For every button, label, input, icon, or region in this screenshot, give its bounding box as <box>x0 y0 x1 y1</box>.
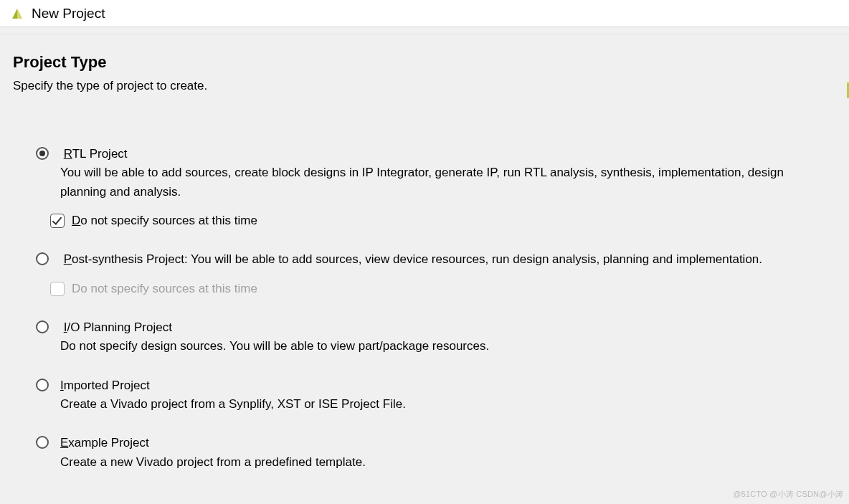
radio-io[interactable] <box>36 320 49 333</box>
title-bar: New Project <box>0 0 849 27</box>
radio-post[interactable] <box>36 252 49 265</box>
options-area: RTL Project You will be able to add sour… <box>0 93 849 472</box>
option-example-content: Example Project Create a new Vivado proj… <box>60 434 836 472</box>
option-example: Example Project Create a new Vivado proj… <box>36 434 836 472</box>
option-example-label[interactable]: Example Project <box>60 436 149 450</box>
app-logo-icon <box>10 6 24 21</box>
checkbox-post-no-sources <box>50 282 65 296</box>
option-post-label[interactable]: Post-synthesis Project: <box>60 252 191 266</box>
option-post: Post-synthesis Project: You will be able… <box>36 250 836 298</box>
option-imported-content: Imported Project Create a Vivado project… <box>60 376 836 414</box>
watermark: @51CTO @小涛 CSDN@小涛 <box>733 489 843 500</box>
post-subcheck-label: Do not specify sources at this time <box>72 280 257 298</box>
option-post-content: Post-synthesis Project: You will be able… <box>60 250 836 298</box>
title-separator <box>0 27 849 34</box>
option-example-desc: Create a new Vivado project from a prede… <box>60 453 829 472</box>
post-subcheck-row: Do not specify sources at this time <box>50 280 829 298</box>
checkbox-rtl-no-sources[interactable] <box>50 214 65 228</box>
option-rtl-label-rest: TL Project <box>72 147 128 161</box>
option-imported-label[interactable]: Imported Project <box>60 379 150 392</box>
option-example-label-u: E <box>60 436 68 450</box>
option-rtl-label[interactable]: RTL Project <box>60 147 128 161</box>
option-rtl: RTL Project You will be able to add sour… <box>36 145 836 230</box>
page-title: Project Type <box>13 53 849 72</box>
option-io-content: I/O Planning Project Do not specify desi… <box>60 318 836 356</box>
option-io-desc: Do not specify design sources. You will … <box>60 337 829 356</box>
option-rtl-content: RTL Project You will be able to add sour… <box>60 145 836 230</box>
rtl-subcheck-u: D <box>72 214 80 227</box>
option-io: I/O Planning Project Do not specify desi… <box>36 318 836 356</box>
option-imported-label-rest: mported Project <box>64 379 150 392</box>
option-rtl-desc: You will be able to add sources, create … <box>60 163 829 201</box>
option-io-label[interactable]: I/O Planning Project <box>60 320 172 334</box>
option-post-label-rest: ost-synthesis Project: <box>72 252 191 266</box>
radio-imported[interactable] <box>36 379 49 391</box>
option-post-desc: You will be able to add sources, view de… <box>191 252 762 266</box>
option-post-label-u: P <box>64 252 72 266</box>
radio-example[interactable] <box>36 436 49 449</box>
rtl-subcheck-row: Do not specify sources at this time <box>50 211 829 230</box>
window-title: New Project <box>32 6 105 22</box>
option-example-label-rest: xample Project <box>68 436 148 450</box>
option-rtl-label-u: R <box>64 147 72 161</box>
option-io-label-rest: /O Planning Project <box>67 320 171 334</box>
option-imported-desc: Create a Vivado project from a Synplify,… <box>60 395 829 414</box>
option-imported: Imported Project Create a Vivado project… <box>36 376 836 414</box>
rtl-subcheck-label[interactable]: Do not specify sources at this time <box>72 211 257 230</box>
radio-rtl[interactable] <box>36 147 49 160</box>
header-area: Project Type Specify the type of project… <box>0 34 849 93</box>
page-subtitle: Specify the type of project to create. <box>13 79 849 93</box>
rtl-subcheck-rest: o not specify sources at this time <box>80 214 257 227</box>
